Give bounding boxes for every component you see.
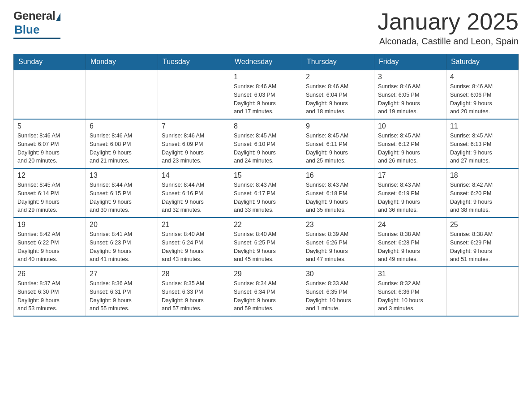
day-info: Sunrise: 8:46 AM Sunset: 6:07 PM Dayligh… (17, 132, 82, 165)
day-number: 2 (306, 73, 370, 81)
weekday-header-sunday: Sunday (14, 54, 86, 70)
day-number: 8 (234, 122, 298, 130)
day-number: 28 (162, 270, 226, 278)
calendar-cell: 24Sunrise: 8:38 AM Sunset: 6:28 PM Dayli… (374, 218, 446, 267)
calendar-cell: 9Sunrise: 8:45 AM Sunset: 6:11 PM Daylig… (302, 119, 374, 168)
month-title: January 2025 (378, 9, 519, 34)
day-number: 1 (234, 73, 298, 81)
day-info: Sunrise: 8:46 AM Sunset: 6:03 PM Dayligh… (234, 82, 298, 116)
day-info: Sunrise: 8:36 AM Sunset: 6:31 PM Dayligh… (90, 279, 154, 313)
page-header: General Blue January 2025 Alconada, Cast… (13, 9, 519, 47)
calendar-cell: 8Sunrise: 8:45 AM Sunset: 6:10 PM Daylig… (230, 119, 302, 168)
calendar-cell: 23Sunrise: 8:39 AM Sunset: 6:26 PM Dayli… (302, 218, 374, 267)
day-number: 9 (306, 122, 370, 130)
calendar-cell: 13Sunrise: 8:44 AM Sunset: 6:15 PM Dayli… (86, 168, 158, 218)
logo-triangle-icon (56, 13, 60, 21)
weekday-header-wednesday: Wednesday (230, 54, 302, 70)
day-info: Sunrise: 8:46 AM Sunset: 6:08 PM Dayligh… (90, 132, 154, 165)
day-number: 27 (90, 270, 154, 278)
day-number: 11 (450, 122, 515, 130)
day-info: Sunrise: 8:35 AM Sunset: 6:33 PM Dayligh… (162, 279, 226, 313)
day-info: Sunrise: 8:39 AM Sunset: 6:26 PM Dayligh… (306, 230, 370, 264)
location-title: Alconada, Castille and Leon, Spain (378, 36, 519, 47)
weekday-header-monday: Monday (86, 54, 158, 70)
day-number: 21 (162, 221, 226, 229)
day-info: Sunrise: 8:41 AM Sunset: 6:23 PM Dayligh… (90, 230, 154, 264)
calendar-cell: 15Sunrise: 8:43 AM Sunset: 6:17 PM Dayli… (230, 168, 302, 218)
day-number: 20 (90, 221, 154, 229)
week-row-4: 19Sunrise: 8:42 AM Sunset: 6:22 PM Dayli… (14, 218, 519, 267)
logo-general-text: General (13, 9, 55, 23)
day-info: Sunrise: 8:45 AM Sunset: 6:11 PM Dayligh… (306, 132, 370, 165)
day-number: 31 (378, 270, 442, 278)
day-info: Sunrise: 8:46 AM Sunset: 6:09 PM Dayligh… (162, 132, 226, 165)
calendar-cell: 5Sunrise: 8:46 AM Sunset: 6:07 PM Daylig… (14, 119, 86, 168)
calendar-cell: 10Sunrise: 8:45 AM Sunset: 6:12 PM Dayli… (374, 119, 446, 168)
title-section: January 2025 Alconada, Castille and Leon… (378, 9, 519, 47)
day-number: 17 (378, 171, 442, 180)
calendar-cell: 14Sunrise: 8:44 AM Sunset: 6:16 PM Dayli… (158, 168, 230, 218)
logo-blue-text: Blue (14, 23, 39, 37)
day-number: 30 (306, 270, 370, 278)
calendar-cell: 7Sunrise: 8:46 AM Sunset: 6:09 PM Daylig… (158, 119, 230, 168)
calendar-cell: 31Sunrise: 8:32 AM Sunset: 6:36 PM Dayli… (374, 267, 446, 316)
day-info: Sunrise: 8:45 AM Sunset: 6:14 PM Dayligh… (17, 181, 82, 214)
calendar-cell: 26Sunrise: 8:37 AM Sunset: 6:30 PM Dayli… (14, 267, 86, 316)
calendar-cell (446, 267, 518, 316)
day-number: 15 (234, 171, 298, 180)
calendar-table: SundayMondayTuesdayWednesdayThursdayFrid… (13, 54, 519, 317)
day-number: 18 (450, 171, 515, 180)
calendar-cell: 18Sunrise: 8:42 AM Sunset: 6:20 PM Dayli… (446, 168, 518, 218)
day-number: 6 (90, 122, 154, 130)
calendar-cell: 6Sunrise: 8:46 AM Sunset: 6:08 PM Daylig… (86, 119, 158, 168)
day-number: 3 (378, 73, 442, 81)
calendar-cell: 16Sunrise: 8:43 AM Sunset: 6:18 PM Dayli… (302, 168, 374, 218)
logo-underline (13, 38, 60, 39)
weekday-header-friday: Friday (374, 54, 446, 70)
week-row-1: 1Sunrise: 8:46 AM Sunset: 6:03 PM Daylig… (14, 70, 519, 119)
day-number: 5 (17, 122, 82, 130)
calendar-cell: 17Sunrise: 8:43 AM Sunset: 6:19 PM Dayli… (374, 168, 446, 218)
calendar-cell: 25Sunrise: 8:38 AM Sunset: 6:29 PM Dayli… (446, 218, 518, 267)
calendar-cell (86, 70, 158, 119)
calendar-cell (158, 70, 230, 119)
day-number: 13 (90, 171, 154, 180)
day-number: 12 (17, 171, 82, 180)
day-info: Sunrise: 8:33 AM Sunset: 6:35 PM Dayligh… (306, 279, 370, 313)
day-number: 24 (378, 221, 442, 229)
calendar-cell: 29Sunrise: 8:34 AM Sunset: 6:34 PM Dayli… (230, 267, 302, 316)
calendar-cell: 3Sunrise: 8:46 AM Sunset: 6:05 PM Daylig… (374, 70, 446, 119)
day-info: Sunrise: 8:46 AM Sunset: 6:05 PM Dayligh… (378, 82, 442, 116)
day-info: Sunrise: 8:45 AM Sunset: 6:13 PM Dayligh… (450, 132, 515, 165)
day-info: Sunrise: 8:45 AM Sunset: 6:12 PM Dayligh… (378, 132, 442, 165)
calendar-cell: 19Sunrise: 8:42 AM Sunset: 6:22 PM Dayli… (14, 218, 86, 267)
day-number: 16 (306, 171, 370, 180)
day-info: Sunrise: 8:32 AM Sunset: 6:36 PM Dayligh… (378, 279, 442, 313)
day-info: Sunrise: 8:43 AM Sunset: 6:19 PM Dayligh… (378, 181, 442, 214)
calendar-cell: 30Sunrise: 8:33 AM Sunset: 6:35 PM Dayli… (302, 267, 374, 316)
week-row-3: 12Sunrise: 8:45 AM Sunset: 6:14 PM Dayli… (14, 168, 519, 218)
weekday-header-row: SundayMondayTuesdayWednesdayThursdayFrid… (14, 54, 519, 70)
calendar-cell: 12Sunrise: 8:45 AM Sunset: 6:14 PM Dayli… (14, 168, 86, 218)
calendar-cell: 20Sunrise: 8:41 AM Sunset: 6:23 PM Dayli… (86, 218, 158, 267)
day-number: 25 (450, 221, 515, 229)
weekday-header-tuesday: Tuesday (158, 54, 230, 70)
calendar-cell (14, 70, 86, 119)
logo: General Blue (13, 9, 60, 39)
day-number: 14 (162, 171, 226, 180)
calendar-cell: 4Sunrise: 8:46 AM Sunset: 6:06 PM Daylig… (446, 70, 518, 119)
day-number: 4 (450, 73, 515, 81)
weekday-header-saturday: Saturday (446, 54, 518, 70)
calendar-cell: 27Sunrise: 8:36 AM Sunset: 6:31 PM Dayli… (86, 267, 158, 316)
calendar-cell: 28Sunrise: 8:35 AM Sunset: 6:33 PM Dayli… (158, 267, 230, 316)
week-row-2: 5Sunrise: 8:46 AM Sunset: 6:07 PM Daylig… (14, 119, 519, 168)
day-number: 29 (234, 270, 298, 278)
day-info: Sunrise: 8:44 AM Sunset: 6:16 PM Dayligh… (162, 181, 226, 214)
day-info: Sunrise: 8:44 AM Sunset: 6:15 PM Dayligh… (90, 181, 154, 214)
day-info: Sunrise: 8:42 AM Sunset: 6:22 PM Dayligh… (17, 230, 82, 264)
day-number: 10 (378, 122, 442, 130)
calendar-cell: 2Sunrise: 8:46 AM Sunset: 6:04 PM Daylig… (302, 70, 374, 119)
calendar-cell: 21Sunrise: 8:40 AM Sunset: 6:24 PM Dayli… (158, 218, 230, 267)
calendar-cell: 1Sunrise: 8:46 AM Sunset: 6:03 PM Daylig… (230, 70, 302, 119)
calendar-cell: 22Sunrise: 8:40 AM Sunset: 6:25 PM Dayli… (230, 218, 302, 267)
